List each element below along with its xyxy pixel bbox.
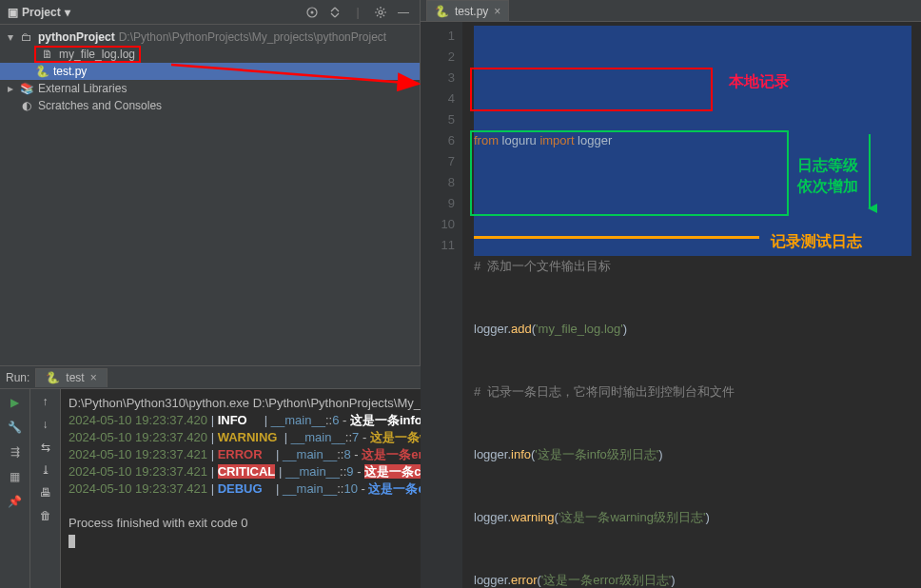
project-icon: ▣: [8, 6, 18, 19]
stack-icon[interactable]: ⇶: [8, 444, 23, 460]
down-icon[interactable]: ↓: [43, 418, 49, 431]
code-area[interactable]: from loguru import logger # 添加一个文件输出目标 l…: [462, 22, 921, 588]
svg-line-3: [171, 65, 419, 84]
annotation-test: 记录测试日志: [771, 231, 862, 252]
up-icon[interactable]: ↑: [43, 395, 49, 408]
wrench-icon[interactable]: 🔧: [8, 420, 23, 435]
editor-tabs: 🐍 test.py ×: [421, 0, 921, 22]
code-editor[interactable]: 123 456 789 1011 from loguru import logg…: [421, 22, 921, 588]
tab-test[interactable]: 🐍 test.py ×: [426, 0, 509, 21]
close-icon[interactable]: ×: [494, 5, 500, 18]
annotation-local: 本地记录: [729, 71, 790, 92]
expand-all-icon[interactable]: [326, 4, 343, 21]
svg-point-2: [379, 10, 382, 14]
select-opened-icon[interactable]: [304, 4, 321, 21]
tree-root[interactable]: ▾ 🗀 pythonProject D:\Python\PythonProjec…: [0, 29, 420, 46]
svg-point-1: [311, 10, 314, 13]
dropdown-icon[interactable]: ▾: [65, 6, 70, 19]
divider: |: [349, 4, 366, 21]
red-highlight-box: [470, 68, 713, 111]
scroll-icon[interactable]: ⤓: [41, 463, 50, 477]
pin-icon[interactable]: 📌: [8, 494, 23, 509]
run-label: Run:: [6, 371, 29, 384]
wrap-icon[interactable]: ⇆: [41, 441, 50, 454]
green-highlight-box: [470, 130, 789, 216]
arrow-annotation: [171, 57, 428, 95]
close-icon[interactable]: ×: [90, 371, 97, 384]
python-icon: 🐍: [46, 371, 60, 384]
gear-icon[interactable]: [372, 4, 389, 21]
python-file-icon: 🐍: [435, 5, 449, 18]
run-tab-test[interactable]: 🐍 test ×: [35, 368, 107, 387]
print-icon[interactable]: 🖶: [40, 486, 51, 500]
gutter: 123 456 789 1011: [421, 22, 462, 588]
python-file-icon: 🐍: [34, 65, 49, 78]
scratches-icon: ◐: [19, 99, 34, 112]
run-mid-toolbar: ↑ ↓ ⇆ ⤓ 🖶 🗑: [30, 389, 61, 588]
file-icon: 🗎: [40, 48, 55, 61]
project-toolbar: ▣ Project ▾ | —: [0, 0, 420, 25]
layout-icon[interactable]: ▦: [8, 469, 23, 484]
project-title[interactable]: Project: [22, 6, 61, 19]
annotation-levels: 日志等级依次增加: [797, 155, 858, 197]
trash-icon[interactable]: 🗑: [40, 509, 51, 522]
hide-icon[interactable]: —: [395, 4, 412, 21]
orange-underline: [474, 236, 759, 239]
library-icon: 📚: [19, 82, 34, 95]
tree-scratches[interactable]: ▸ ◐ Scratches and Consoles: [0, 97, 420, 114]
folder-icon: 🗀: [19, 30, 34, 44]
editor-panel: 🐍 test.py × 123 456 789 1011 from loguru…: [421, 0, 921, 365]
run-left-toolbar: ▶ 🔧 ⇶ ▦ 📌: [0, 389, 30, 588]
project-panel: ▣ Project ▾ | — ▾: [0, 0, 421, 365]
rerun-icon[interactable]: ▶: [8, 395, 23, 410]
green-arrow-icon: [862, 134, 877, 218]
